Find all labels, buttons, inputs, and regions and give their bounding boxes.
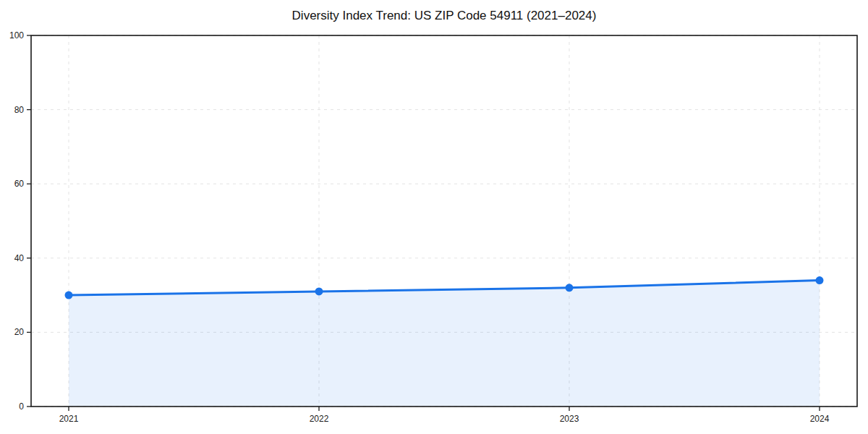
data-point-2024 bbox=[816, 276, 824, 284]
area-fill bbox=[69, 281, 820, 407]
y-tick-label: 100 bbox=[9, 30, 24, 41]
y-tick-label: 60 bbox=[14, 179, 25, 189]
x-tick-label: 2024 bbox=[810, 414, 830, 424]
data-point-2021 bbox=[65, 292, 73, 299]
plot-area: 0204060801002021202220232024 bbox=[0, 0, 868, 434]
y-tick-label: 20 bbox=[14, 327, 25, 337]
diversity-index-chart: Diversity Index Trend: US ZIP Code 54911… bbox=[0, 0, 868, 434]
data-point-2022 bbox=[315, 287, 323, 295]
x-tick-label: 2022 bbox=[310, 414, 329, 424]
x-tick-label: 2023 bbox=[560, 414, 579, 424]
y-tick-label: 80 bbox=[14, 105, 25, 115]
x-tick-label: 2021 bbox=[59, 414, 79, 424]
data-point-2023 bbox=[566, 284, 574, 292]
y-tick-label: 40 bbox=[14, 253, 25, 263]
y-tick-label: 0 bbox=[19, 401, 24, 412]
